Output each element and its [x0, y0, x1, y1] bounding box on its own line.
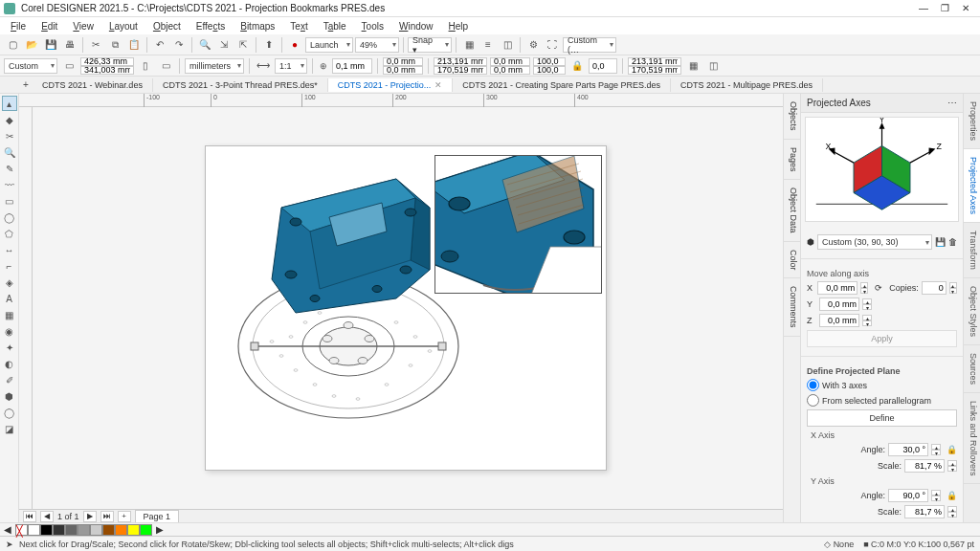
- eyedropper-tool[interactable]: ✐: [2, 372, 17, 387]
- restore-button[interactable]: ❐: [934, 2, 955, 15]
- all-pages-icon[interactable]: ▦: [684, 57, 702, 75]
- menu-table[interactable]: Table: [317, 19, 353, 33]
- from-parallelogram-radio[interactable]: [807, 394, 819, 407]
- docker-pages[interactable]: Pages: [784, 140, 800, 181]
- portrait-icon[interactable]: ▭: [60, 57, 78, 75]
- docker-objects[interactable]: Objects: [784, 94, 800, 140]
- menu-text[interactable]: Text: [283, 19, 314, 33]
- pct2-input[interactable]: [533, 66, 566, 75]
- text-tool[interactable]: A: [2, 291, 17, 306]
- color-swatch-1[interactable]: [40, 524, 53, 536]
- rdock-transform[interactable]: Transform: [964, 223, 980, 278]
- color-swatch-0[interactable]: [28, 524, 40, 536]
- save-preset-icon[interactable]: 💾: [935, 237, 946, 247]
- axis-0-angle-input[interactable]: [888, 443, 928, 456]
- m2-input[interactable]: [628, 66, 681, 75]
- pick-tool[interactable]: ▴: [2, 96, 17, 111]
- ratio-combo[interactable]: 1:1: [275, 58, 307, 74]
- projection-preset-combo[interactable]: Custom (30, 90, 30): [817, 234, 932, 250]
- move-y-input[interactable]: [819, 298, 859, 311]
- doctab-3[interactable]: CDTS 2021 - Creating Spare Parts Page PR…: [453, 78, 671, 92]
- m1-input[interactable]: [628, 57, 681, 66]
- units-combo[interactable]: millimeters: [185, 58, 244, 74]
- facing-icon[interactable]: ◫: [704, 57, 722, 75]
- rectangle-tool[interactable]: ▭: [2, 193, 17, 209]
- menu-help[interactable]: Help: [442, 19, 476, 33]
- polygon-tool[interactable]: ⬠: [2, 226, 17, 241]
- doctab-2[interactable]: CDTS 2021 - Projectio...✕: [328, 78, 454, 92]
- menu-layout[interactable]: Layout: [102, 19, 145, 33]
- rdock-projected-axes[interactable]: Projected Axes: [964, 149, 980, 223]
- grid-y-input[interactable]: [434, 66, 487, 75]
- zoom-tool[interactable]: 🔍: [2, 144, 17, 160]
- define-button[interactable]: Define: [807, 409, 957, 427]
- effects-tool[interactable]: ✦: [2, 340, 17, 355]
- color-swatch-9[interactable]: [140, 524, 152, 536]
- page-preset-combo[interactable]: Custom: [4, 58, 57, 74]
- print-icon[interactable]: 🖶: [61, 36, 78, 54]
- copy-icon[interactable]: ⧉: [106, 36, 123, 54]
- dimension-tool[interactable]: ↔: [2, 242, 17, 257]
- nudge-input[interactable]: [332, 58, 372, 74]
- doctab-0[interactable]: CDTS 2021 - Webinar.des: [33, 78, 153, 92]
- save-icon[interactable]: 💾: [42, 36, 59, 54]
- palette-arrow-right[interactable]: ▶: [156, 524, 164, 535]
- rdock-links[interactable]: Links and Rollovers: [964, 393, 980, 485]
- undo-icon[interactable]: ↶: [151, 36, 168, 54]
- landscape-icon[interactable]: ▯: [137, 57, 154, 75]
- callout-tool[interactable]: ◉: [2, 323, 17, 339]
- docker-color[interactable]: Color: [784, 242, 800, 279]
- crop-tool[interactable]: ✂: [2, 128, 17, 143]
- move-x-input[interactable]: [817, 281, 858, 295]
- menu-edit[interactable]: Edit: [34, 19, 64, 33]
- snap-combo[interactable]: Snap ▾: [408, 37, 452, 53]
- table-tool[interactable]: ▦: [2, 307, 17, 322]
- rdock-properties[interactable]: Properties: [964, 94, 980, 149]
- import-icon[interactable]: ⇲: [215, 36, 233, 54]
- delete-preset-icon[interactable]: 🗑: [948, 237, 957, 247]
- palette-arrow-left[interactable]: ◀: [4, 524, 11, 535]
- rotate-icon[interactable]: ⟳: [875, 283, 882, 293]
- dynamic-guides-icon[interactable]: ◫: [499, 36, 516, 54]
- page-tab[interactable]: Page 1: [135, 510, 180, 523]
- axis-1-angle-input[interactable]: [888, 489, 928, 502]
- viewport[interactable]: [33, 107, 783, 509]
- menu-file[interactable]: File: [4, 19, 33, 33]
- axis-0-scale-input[interactable]: [904, 459, 945, 473]
- color-swatch-5[interactable]: [90, 524, 102, 536]
- rotation-input[interactable]: [589, 58, 617, 74]
- ellipse-tool[interactable]: ◯: [2, 209, 17, 225]
- tab-close-icon[interactable]: ✕: [434, 80, 442, 90]
- redo-icon[interactable]: ↷: [170, 36, 188, 54]
- zoom-combo[interactable]: 49%: [355, 37, 399, 53]
- apply-button[interactable]: Apply: [807, 330, 957, 347]
- add-page-icon[interactable]: +: [118, 511, 131, 522]
- paste-icon[interactable]: 📋: [125, 36, 143, 54]
- copies-input[interactable]: [922, 281, 947, 295]
- bleed1-input[interactable]: [490, 57, 530, 66]
- next-page-icon[interactable]: ▶: [83, 511, 97, 522]
- outline-tool[interactable]: ◯: [2, 405, 17, 420]
- workspace-combo[interactable]: Custom (…: [563, 37, 616, 53]
- page-width-input[interactable]: [80, 57, 134, 66]
- docker-comments[interactable]: Comments: [784, 278, 800, 337]
- search-icon[interactable]: 🔍: [196, 36, 213, 54]
- minimize-button[interactable]: —: [913, 2, 934, 15]
- menu-window[interactable]: Window: [392, 19, 440, 33]
- shape-tool[interactable]: ◆: [2, 112, 17, 127]
- prev-page-icon[interactable]: ◀: [40, 511, 54, 522]
- color-swatch-6[interactable]: [102, 524, 115, 536]
- grid-icon[interactable]: ▦: [460, 36, 478, 54]
- grid-x-input[interactable]: [434, 57, 487, 66]
- rdock-object-styles[interactable]: Object Styles: [964, 278, 980, 345]
- color-swatch-7[interactable]: [115, 524, 127, 536]
- ruler-horizontal[interactable]: -100 0 100 200 300 400: [19, 94, 783, 107]
- new-icon[interactable]: ▢: [4, 36, 21, 54]
- fullscreen-icon[interactable]: ⛶: [544, 36, 561, 54]
- doctab-4[interactable]: CDTS 2021 - Multipage PRES.des: [671, 78, 823, 92]
- menu-tools[interactable]: Tools: [355, 19, 390, 33]
- panel-menu-icon[interactable]: ⋯: [947, 98, 957, 108]
- cut-icon[interactable]: ✂: [87, 36, 104, 54]
- close-button[interactable]: ✕: [955, 2, 976, 15]
- doctab-1[interactable]: CDTS 2021 - 3-Point Thread PRES.des*: [153, 78, 328, 92]
